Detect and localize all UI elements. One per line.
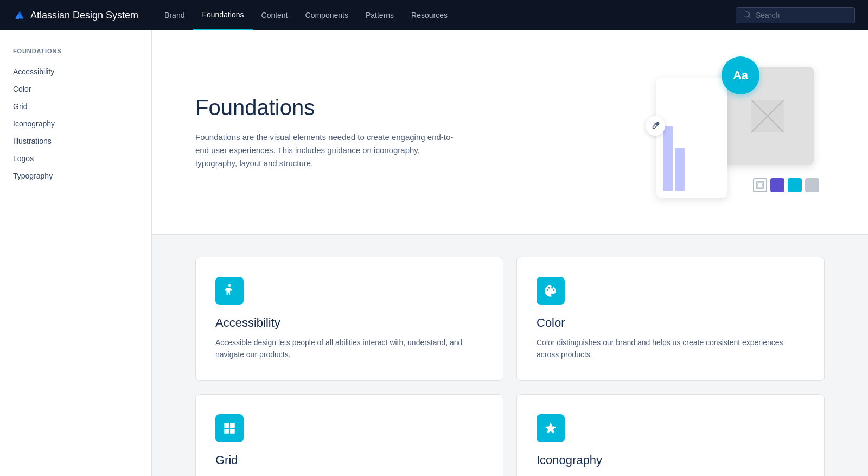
logo-text: Atlassian Design System bbox=[30, 10, 138, 21]
hero-text-block: Foundations Foundations are the visual e… bbox=[195, 96, 456, 170]
sidebar: FOUNDATIONS Accessibility Color Grid Ico… bbox=[0, 30, 152, 476]
nav-logo: Atlassian Design System bbox=[13, 9, 138, 22]
hero-section: Foundations Foundations are the visual e… bbox=[152, 30, 868, 235]
nav-brand[interactable]: Brand bbox=[156, 0, 193, 30]
card-iconography[interactable]: Iconography Icons are visual representat… bbox=[516, 394, 825, 476]
card-accessibility[interactable]: Accessibility Accessible design lets peo… bbox=[195, 257, 503, 381]
main-content: Foundations Foundations are the visual e… bbox=[152, 30, 868, 476]
nav-resources[interactable]: Resources bbox=[403, 0, 456, 30]
nav-patterns[interactable]: Patterns bbox=[357, 0, 403, 30]
cards-section: Accessibility Accessible design lets peo… bbox=[152, 235, 868, 476]
color-card-title: Color bbox=[537, 316, 805, 330]
bar-2 bbox=[675, 148, 685, 191]
navbar: Atlassian Design System Brand Foundation… bbox=[0, 0, 868, 30]
illustration-card-secondary bbox=[656, 78, 727, 198]
card-color[interactable]: Color Color distinguishes our brand and … bbox=[516, 257, 825, 381]
hero-illustration: Aa bbox=[640, 56, 825, 208]
sidebar-item-grid[interactable]: Grid bbox=[13, 98, 138, 115]
page-layout: FOUNDATIONS Accessibility Color Grid Ico… bbox=[0, 30, 868, 476]
cyan-square bbox=[788, 178, 802, 192]
purple-square bbox=[770, 178, 784, 192]
search-box[interactable] bbox=[736, 7, 855, 23]
sidebar-item-typography[interactable]: Typography bbox=[13, 167, 138, 185]
aa-text: Aa bbox=[733, 68, 748, 82]
color-card-desc: Color distinguishes our brand and helps … bbox=[537, 337, 805, 361]
bars-row bbox=[663, 120, 720, 191]
bar-1 bbox=[663, 126, 673, 191]
sidebar-item-iconography[interactable]: Iconography bbox=[13, 115, 138, 132]
iconography-card-title: Iconography bbox=[537, 453, 805, 467]
accessibility-card-icon bbox=[215, 277, 244, 305]
card-grid[interactable]: Grid The grid is the foundation for posi… bbox=[195, 394, 503, 476]
grid-card-icon bbox=[215, 414, 244, 442]
nav-links: Brand Foundations Content Components Pat… bbox=[156, 0, 736, 30]
svg-rect-4 bbox=[758, 183, 762, 187]
frame-icon bbox=[753, 178, 767, 192]
atlassian-logo-icon bbox=[13, 9, 26, 22]
search-icon bbox=[743, 11, 751, 20]
eyedropper-icon bbox=[646, 116, 665, 136]
nav-foundations[interactable]: Foundations bbox=[193, 0, 252, 30]
sidebar-item-color[interactable]: Color bbox=[13, 80, 138, 98]
iconography-card-desc: Icons are visual representations of comm… bbox=[537, 474, 805, 476]
hero-title: Foundations bbox=[195, 96, 456, 120]
aa-circle: Aa bbox=[722, 56, 760, 94]
iconography-card-icon bbox=[537, 414, 565, 442]
sidebar-item-illustrations[interactable]: Illustrations bbox=[13, 132, 138, 150]
accessibility-card-desc: Accessible design lets people of all abi… bbox=[215, 337, 483, 361]
bottom-icons bbox=[753, 178, 819, 192]
nav-content[interactable]: Content bbox=[253, 0, 297, 30]
sidebar-section-label: FOUNDATIONS bbox=[13, 48, 138, 54]
grid-card-desc: The grid is the foundation for positioni… bbox=[215, 474, 483, 476]
grey-square bbox=[805, 178, 819, 192]
hero-description: Foundations are the visual elements need… bbox=[195, 131, 456, 170]
search-input[interactable] bbox=[756, 11, 848, 20]
color-card-icon bbox=[537, 277, 565, 305]
accessibility-card-title: Accessibility bbox=[215, 316, 483, 330]
grid-card-title: Grid bbox=[215, 453, 483, 467]
sidebar-item-accessibility[interactable]: Accessibility bbox=[13, 63, 138, 80]
sidebar-item-logos[interactable]: Logos bbox=[13, 150, 138, 167]
cards-grid: Accessibility Accessible design lets peo… bbox=[195, 257, 825, 476]
nav-components[interactable]: Components bbox=[297, 0, 357, 30]
